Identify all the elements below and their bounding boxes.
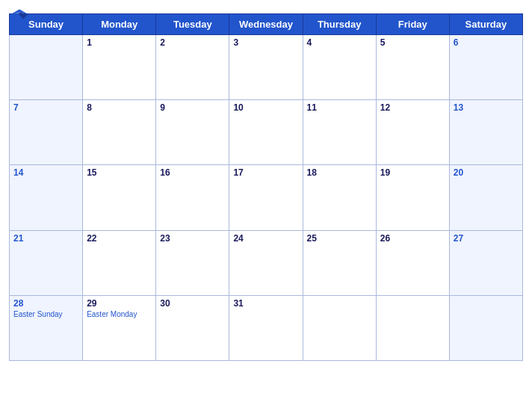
calendar-cell: 13 [449,100,522,165]
calendar-cell: 14 [10,165,83,230]
day-number: 23 [160,233,225,244]
day-number: 18 [307,167,372,178]
day-number: 25 [307,233,372,244]
day-number: 20 [454,167,519,178]
calendar-cell: 17 [229,165,303,230]
day-number: 7 [13,102,78,113]
calendar-table: SundayMondayTuesdayWednesdayThursdayFrid… [9,13,523,361]
day-number: 15 [87,167,152,178]
calendar-cell: 12 [376,100,449,165]
calendar-cell: 27 [449,230,522,295]
calendar-cell: 3 [229,35,303,100]
weekday-header-thursday: Thursday [303,14,376,35]
calendar-cell: 24 [229,230,303,295]
logo-bird-icon [9,7,30,21]
calendar-cell [303,295,376,360]
day-number: 3 [233,37,298,48]
calendar-container: SundayMondayTuesdayWednesdayThursdayFrid… [0,0,532,411]
calendar-cell: 9 [156,100,229,165]
weekday-header-friday: Friday [376,14,449,35]
svg-marker-2 [10,12,19,19]
calendar-cell: 1 [83,35,156,100]
calendar-cell: 7 [10,100,83,165]
calendar-week-row: 28Easter Sunday29Easter Monday3031 [10,295,523,360]
day-number: 6 [454,37,519,48]
day-number: 16 [160,167,225,178]
calendar-cell: 2 [156,35,229,100]
calendar-cell: 22 [83,230,156,295]
calendar-week-row: 21222324252627 [10,230,523,295]
calendar-cell: 26 [376,230,449,295]
weekday-header-saturday: Saturday [449,14,522,35]
calendar-cell: 29Easter Monday [83,295,156,360]
svg-marker-1 [19,12,28,19]
calendar-cell [10,35,83,100]
day-number: 22 [87,233,152,244]
day-number: 1 [87,37,152,48]
day-number: 12 [380,102,445,113]
day-number: 4 [307,37,372,48]
day-number: 17 [233,167,298,178]
weekday-header-monday: Monday [83,14,156,35]
calendar-cell: 10 [229,100,303,165]
holiday-label: Easter Monday [87,310,152,318]
weekday-header-wednesday: Wednesday [229,14,303,35]
calendar-cell: 15 [83,165,156,230]
calendar-cell: 23 [156,230,229,295]
day-number: 31 [233,298,298,309]
weekday-header-tuesday: Tuesday [156,14,229,35]
calendar-cell: 28Easter Sunday [10,295,83,360]
calendar-week-row: 78910111213 [10,100,523,165]
calendar-cell: 20 [449,165,522,230]
day-number: 11 [307,102,372,113]
calendar-cell: 31 [229,295,303,360]
calendar-cell: 21 [10,230,83,295]
day-number: 8 [87,102,152,113]
day-number: 5 [380,37,445,48]
calendar-week-row: 14151617181920 [10,165,523,230]
calendar-cell: 5 [376,35,449,100]
day-number: 9 [160,102,225,113]
holiday-label: Easter Sunday [13,310,78,318]
calendar-cell: 4 [303,35,376,100]
day-number: 29 [87,298,152,309]
day-number: 2 [160,37,225,48]
day-number: 26 [380,233,445,244]
calendar-cell: 6 [449,35,522,100]
weekday-header-row: SundayMondayTuesdayWednesdayThursdayFrid… [10,14,523,35]
calendar-cell: 11 [303,100,376,165]
day-number: 24 [233,233,298,244]
day-number: 21 [13,233,78,244]
calendar-cell: 25 [303,230,376,295]
day-number: 14 [13,167,78,178]
day-number: 30 [160,298,225,309]
calendar-cell: 19 [376,165,449,230]
day-number: 28 [13,298,78,309]
calendar-cell: 8 [83,100,156,165]
calendar-cell [376,295,449,360]
calendar-cell [449,295,522,360]
calendar-week-row: 123456 [10,35,523,100]
day-number: 27 [454,233,519,244]
calendar-cell: 18 [303,165,376,230]
calendar-cell: 16 [156,165,229,230]
logo [9,7,30,21]
day-number: 10 [233,102,298,113]
calendar-cell: 30 [156,295,229,360]
day-number: 19 [380,167,445,178]
day-number: 13 [454,102,519,113]
